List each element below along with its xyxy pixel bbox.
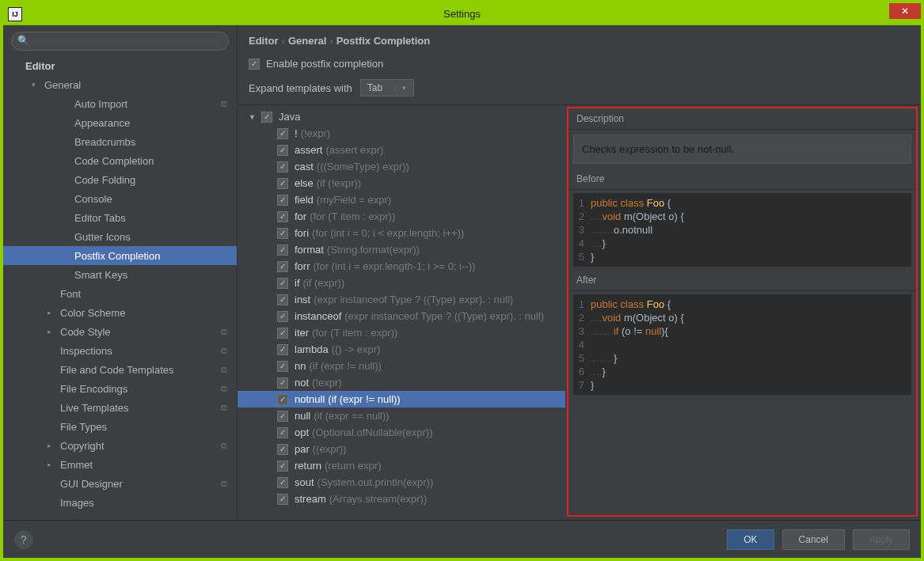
settings-search-input[interactable] [11, 32, 229, 51]
template-checkbox[interactable]: ✓ [277, 244, 288, 256]
ok-button[interactable]: OK [727, 529, 774, 550]
sidebar-item-emmet[interactable]: ▸Emmet [3, 455, 237, 474]
sidebar-item-code-completion[interactable]: Code Completion [3, 151, 237, 170]
sidebar-item-inspections[interactable]: Inspections⧉ [3, 341, 237, 360]
copy-icon: ⧉ [221, 365, 227, 375]
template-checkbox[interactable]: ✓ [277, 328, 288, 339]
sidebar-item-color-scheme[interactable]: ▸Color Scheme [3, 303, 237, 322]
sidebar-item-editor-tabs[interactable]: Editor Tabs [3, 208, 237, 227]
sidebar-item-auto-import[interactable]: Auto Import⧉ [3, 94, 237, 113]
template-field[interactable]: ✓field (myField = expr) [238, 191, 565, 208]
sidebar-item-font[interactable]: Font [3, 284, 237, 303]
help-button[interactable]: ? [14, 530, 33, 549]
description-label: Description [568, 108, 916, 130]
template-checkbox[interactable]: ✓ [277, 228, 288, 239]
sidebar-item-code-folding[interactable]: Code Folding [3, 170, 237, 189]
template-opt[interactable]: ✓opt (Optional.ofNullable(expr)) [238, 424, 565, 441]
template-par[interactable]: ✓par ((expr)) [238, 441, 565, 457]
template-lambda[interactable]: ✓lambda (() -> expr) [238, 341, 565, 358]
template-checkbox[interactable]: ✓ [277, 128, 288, 139]
template-checkbox[interactable]: ✓ [277, 394, 288, 405]
apply-button[interactable]: Apply [853, 529, 910, 550]
template-not[interactable]: ✓not (!expr) [238, 374, 565, 391]
sidebar-item-live-templates[interactable]: Live Templates⧉ [3, 398, 237, 417]
template-checkbox[interactable]: ✓ [277, 477, 288, 488]
sidebar-item-general[interactable]: ▾General [3, 75, 237, 94]
template-format[interactable]: ✓format (String.format(expr)) [238, 241, 565, 258]
cancel-button[interactable]: Cancel [782, 529, 845, 550]
expander-icon: ▸ [48, 309, 57, 317]
template-checkbox[interactable]: ✓ [277, 311, 288, 322]
template-forr[interactable]: ✓forr (for (int i = expr.length-1; i >= … [238, 258, 565, 275]
settings-tree[interactable]: Editor ▾GeneralAuto Import⧉AppearanceBre… [3, 57, 237, 520]
template-else[interactable]: ✓else (if (!expr)) [238, 175, 565, 191]
sidebar-item-gutter-icons[interactable]: Gutter Icons [3, 227, 237, 246]
template-checkbox[interactable]: ✓ [277, 461, 288, 472]
copy-icon: ⧉ [221, 384, 227, 394]
after-code: 1public class Foo {2....void m(Object o)… [573, 294, 911, 395]
preview-panel: Description Checks expression to be not-… [567, 107, 918, 517]
sidebar-item-code-style[interactable]: ▸Code Style⧉ [3, 322, 237, 341]
sidebar-item-appearance[interactable]: Appearance [3, 113, 237, 132]
sidebar-item-file-and-code-templates[interactable]: File and Code Templates⧉ [3, 360, 237, 379]
sidebar-item-breadcrumbs[interactable]: Breadcrumbs [3, 132, 237, 151]
template-checkbox[interactable]: ✓ [277, 195, 288, 206]
expander-icon: ▸ [48, 328, 57, 335]
template-checkbox[interactable]: ✓ [277, 161, 288, 172]
template-checkbox[interactable]: ✓ [277, 294, 288, 305]
enable-postfix-checkbox[interactable]: ✓ [249, 59, 260, 70]
language-node-java[interactable]: ▼ ✓ Java [238, 108, 565, 125]
template-nn[interactable]: ✓nn (if (expr != null)) [238, 358, 565, 374]
window-title: Settings [3, 8, 921, 20]
template-checkbox[interactable]: ✓ [277, 411, 288, 422]
sidebar-item-file-encodings[interactable]: File Encodings⧉ [3, 379, 237, 398]
copy-icon: ⧉ [221, 479, 227, 489]
language-checkbox[interactable]: ✓ [261, 112, 272, 123]
template-checkbox[interactable]: ✓ [277, 145, 288, 156]
sidebar-item-smart-keys[interactable]: Smart Keys [3, 265, 237, 284]
sidebar-item-copyright[interactable]: ▸Copyright⧉ [3, 436, 237, 455]
template-notnull[interactable]: ✓notnull (if (expr != null)) [238, 391, 565, 407]
template-instanceof[interactable]: ✓instanceof (expr instanceof Type ? ((Ty… [238, 308, 565, 324]
expander-icon: ▾ [32, 81, 41, 89]
template-checkbox[interactable]: ✓ [277, 211, 288, 222]
expand-key-select[interactable]: Tab▼ [360, 79, 414, 97]
template-stream[interactable]: ✓stream (Arrays.stream(expr)) [238, 491, 565, 507]
copy-icon: ⧉ [221, 346, 227, 356]
sidebar-item-file-types[interactable]: File Types [3, 417, 237, 436]
sidebar-item-console[interactable]: Console [3, 189, 237, 208]
sidebar-item-images[interactable]: Images [3, 493, 237, 512]
template-list[interactable]: ▼ ✓ Java ✓! (!expr)✓assert (assert expr)… [238, 105, 565, 520]
sidebar-item-gui-designer[interactable]: GUI Designer⧉ [3, 474, 237, 493]
before-code: 1public class Foo {2....void m(Object o)… [573, 193, 911, 267]
template-checkbox[interactable]: ✓ [277, 361, 288, 372]
breadcrumb: Editor›General›Postfix Completion [238, 25, 921, 53]
sidebar-item-postfix-completion[interactable]: Postfix Completion [3, 246, 237, 265]
template-assert[interactable]: ✓assert (assert expr) [238, 142, 565, 158]
template-checkbox[interactable]: ✓ [277, 377, 288, 389]
template-return[interactable]: ✓return (return expr) [238, 457, 565, 474]
template-checkbox[interactable]: ✓ [277, 444, 288, 455]
description-text: Checks expression to be not-null. [573, 135, 911, 164]
template-if[interactable]: ✓if (if (expr)) [238, 275, 565, 291]
template-for[interactable]: ✓for (for (T item : expr)) [238, 208, 565, 225]
template-checkbox[interactable]: ✓ [277, 427, 288, 438]
titlebar: IJ Settings ✕ [3, 3, 921, 25]
close-button[interactable]: ✕ [889, 3, 921, 19]
template-null[interactable]: ✓null (if (expr == null)) [238, 407, 565, 424]
template-![interactable]: ✓! (!expr) [238, 125, 565, 142]
template-fori[interactable]: ✓fori (for (int i = 0; i < expr.length; … [238, 225, 565, 241]
template-cast[interactable]: ✓cast (((SomeType) expr)) [238, 158, 565, 175]
template-checkbox[interactable]: ✓ [277, 278, 288, 289]
template-sout[interactable]: ✓sout (System.out.println(expr)) [238, 474, 565, 491]
template-checkbox[interactable]: ✓ [277, 344, 288, 355]
template-checkbox[interactable]: ✓ [277, 494, 288, 505]
template-checkbox[interactable]: ✓ [277, 261, 288, 272]
expander-icon: ▸ [48, 461, 57, 468]
template-checkbox[interactable]: ✓ [277, 178, 288, 189]
template-inst[interactable]: ✓inst (expr instanceof Type ? ((Type) ex… [238, 291, 565, 308]
template-iter[interactable]: ✓iter (for (T item : expr)) [238, 324, 565, 341]
copy-icon: ⧉ [221, 99, 227, 109]
chevron-down-icon: ▼ [395, 85, 407, 92]
expander-icon: ▸ [48, 442, 57, 449]
